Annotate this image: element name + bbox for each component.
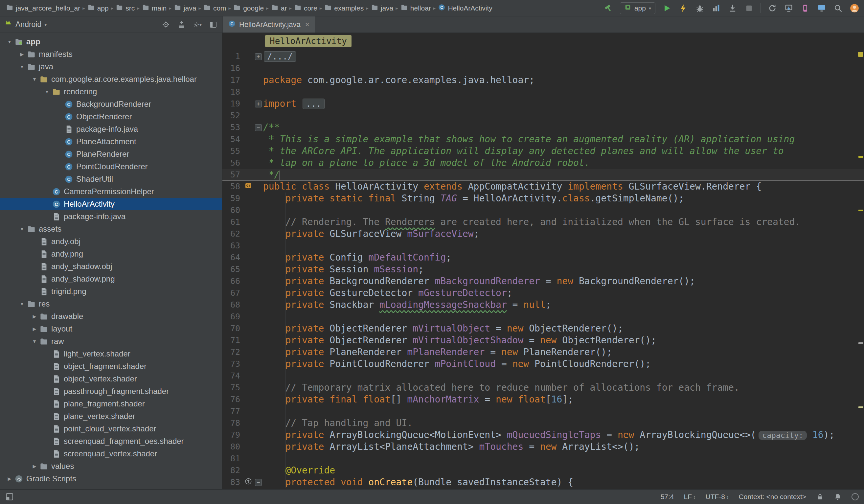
code-line-65[interactable]: 65 private Session mSession; [223, 264, 864, 275]
fold-plus-icon[interactable]: + [255, 100, 262, 107]
code-line-80[interactable]: 80 private ArrayList<PlaneAttachment> mT… [223, 441, 864, 453]
nav-crumb-main[interactable]: main [141, 3, 168, 13]
code-line-62[interactable]: 62 private GLSurfaceView mSurfaceView; [223, 228, 864, 240]
nav-crumb-com[interactable]: com [202, 3, 228, 13]
tree-item-manifests[interactable]: ▶manifests [0, 48, 222, 60]
inspection-status-indicator[interactable] [858, 52, 863, 57]
nav-crumb-src[interactable]: src [114, 3, 136, 13]
tree-item-values[interactable]: ▶values [0, 460, 222, 472]
tree-item-andy-png[interactable]: andy.png [0, 248, 222, 260]
code-text[interactable]: private final float[] mAnchorMatrix = ne… [263, 394, 573, 406]
code-text[interactable]: * the ARCore API. The application will d… [263, 145, 784, 157]
code-line-69[interactable]: 69 [223, 311, 864, 323]
tree-item-java[interactable]: ▼java [0, 60, 222, 73]
code-text[interactable]: // Rendering. The Renderers are created … [263, 216, 800, 228]
code-line-64[interactable]: 64 private Config mDefaultConfig; [223, 252, 864, 264]
code-line-71[interactable]: 71 private ObjectRenderer mVirtualObject… [223, 335, 864, 346]
tree-item-rendering[interactable]: ▼rendering [0, 85, 222, 98]
tree-item-trigrid-png[interactable]: trigrid.png [0, 285, 222, 298]
code-line-70[interactable]: 70 private ObjectRenderer mVirtualObject… [223, 323, 864, 335]
close-tab-icon[interactable]: × [305, 20, 310, 29]
tree-item-andy-shadow-png[interactable]: andy_shadow.png [0, 273, 222, 285]
stripe-mark[interactable] [859, 406, 863, 408]
code-text[interactable]: * tap on a plane to place a 3d model of … [263, 157, 590, 169]
tree-item-andy-obj[interactable]: andy.obj [0, 235, 222, 248]
code-text[interactable]: * This is a simple example that shows ho… [263, 133, 795, 145]
code-line-77[interactable]: 77 [223, 406, 864, 417]
tree-item-layout[interactable]: ▶layout [0, 323, 222, 335]
code-line-59[interactable]: 59 private static final String TAG = Hel… [223, 193, 864, 204]
toggle-tool-windows-button[interactable] [5, 492, 14, 501]
code-line-17[interactable]: 17package com.google.ar.core.examples.ja… [223, 74, 864, 86]
code-line-18[interactable]: 18 [223, 86, 864, 98]
tree-item-package-info-java[interactable]: package-info.java [0, 210, 222, 223]
project-view-selector[interactable]: Android ▾ [4, 20, 47, 30]
tree-item-backgroundrenderer[interactable]: CBackgroundRenderer [0, 98, 222, 110]
code-text[interactable]: package com.google.ar.core.examples.java… [263, 74, 535, 86]
tree-expand-arrow[interactable]: ▼ [42, 89, 52, 94]
code-line-67[interactable]: 67 private GestureDetector mGestureDetec… [223, 287, 864, 299]
tree-item-app[interactable]: ▼app [0, 35, 222, 48]
code-text[interactable]: private ArrayBlockingQueue<MotionEvent> … [263, 429, 835, 441]
code-line-68[interactable]: 68 private Snackbar mLoadingMessageSnack… [223, 299, 864, 311]
nav-crumb-examples[interactable]: examples [323, 3, 365, 13]
nav-crumb-app[interactable]: app [86, 3, 110, 13]
nav-crumb-helloaractivity[interactable]: CHelloArActivity [436, 3, 493, 13]
search-everywhere-button[interactable] [833, 3, 843, 13]
code-line-72[interactable]: 72 private PlaneRenderer mPlaneRenderer … [223, 346, 864, 358]
code-text[interactable]: private Snackbar mLoadingMessageSnackbar… [263, 299, 551, 311]
code-text[interactable]: */ [263, 169, 280, 181]
caret-position[interactable]: 57:4 [661, 493, 674, 501]
code-text[interactable]: private BackgroundRenderer mBackgroundRe… [263, 275, 695, 287]
code-text[interactable]: private PlaneRenderer mPlaneRenderer = n… [263, 346, 612, 358]
stop-button[interactable] [744, 3, 754, 13]
editor-tab-helloaractivity[interactable]: C HelloArActivity.java × [223, 16, 315, 33]
layout-inspector-button[interactable] [800, 3, 810, 13]
tree-item-light-vertex-shader[interactable]: light_vertex.shader [0, 348, 222, 360]
code-editor[interactable]: 1+/.../1617package com.google.ar.core.ex… [223, 49, 864, 489]
code-line-66[interactable]: 66 private BackgroundRenderer mBackgroun… [223, 275, 864, 287]
nav-crumb-java[interactable]: java [370, 3, 395, 13]
code-line-79[interactable]: 79 private ArrayBlockingQueue<MotionEven… [223, 429, 864, 441]
overrides-method-gutter-icon[interactable] [244, 477, 252, 488]
stripe-mark[interactable] [859, 156, 863, 158]
code-line-78[interactable]: 78 // Tap handling and UI. [223, 417, 864, 429]
tree-item-object-vertex-shader[interactable]: object_vertex.shader [0, 373, 222, 385]
code-text[interactable]: private PointCloudRenderer mPointCloud =… [263, 358, 651, 370]
fold-minus-icon[interactable]: − [255, 479, 262, 486]
write-lock-icon[interactable] [816, 493, 824, 501]
code-text[interactable]: protected void onCreate(Bundle savedInst… [263, 477, 573, 488]
tree-expand-arrow[interactable]: ▼ [17, 301, 27, 307]
tree-expand-arrow[interactable]: ▶ [17, 51, 27, 57]
tree-item-planerenderer[interactable]: CPlaneRenderer [0, 148, 222, 160]
tree-item-passthrough-fragment-shader[interactable]: passthrough_fragment.shader [0, 385, 222, 398]
nav-crumb-java[interactable]: java [172, 3, 198, 13]
nav-crumb-ar[interactable]: ar [270, 3, 288, 13]
tree-item-screenquad-fragment-oes-shader[interactable]: screenquad_fragment_oes.shader [0, 435, 222, 447]
code-line-1[interactable]: 1+/.../ [223, 51, 864, 62]
collapse-all-button[interactable] [177, 20, 186, 29]
code-text[interactable]: private ObjectRenderer mVirtualObject = … [263, 323, 623, 335]
tree-item-plane-fragment-shader[interactable]: plane_fragment.shader [0, 398, 222, 410]
tree-expand-arrow[interactable]: ▶ [4, 476, 14, 481]
fold-plus-icon[interactable]: + [255, 53, 262, 60]
locate-file-button[interactable] [161, 20, 170, 29]
notifications-bell-icon[interactable] [834, 493, 842, 501]
tree-expand-arrow[interactable]: ▶ [29, 326, 39, 332]
fold-minus-icon[interactable]: − [255, 124, 262, 131]
build-project-button[interactable] [603, 3, 613, 13]
folded-region[interactable]: ... [302, 98, 325, 109]
tree-item-object-fragment-shader[interactable]: object_fragment.shader [0, 360, 222, 373]
profile-button[interactable] [711, 3, 721, 13]
tree-expand-arrow[interactable]: ▼ [29, 339, 39, 344]
code-line-56[interactable]: 56 * tap on a plane to place a 3d model … [223, 157, 864, 169]
tree-item-com-google-ar-core-examples-java-helloar[interactable]: ▼com.google.ar.core.examples.java.helloa… [0, 73, 222, 85]
manifest-activity-gutter-icon[interactable] [244, 181, 252, 193]
code-text[interactable]: private ArrayList<PlaneAttachment> mTouc… [263, 441, 640, 453]
attach-debugger-button[interactable] [728, 3, 737, 13]
tree-expand-arrow[interactable]: ▼ [4, 39, 14, 44]
code-line-16[interactable]: 16 [223, 62, 864, 74]
apply-changes-button[interactable] [679, 3, 688, 13]
encoding-selector[interactable]: UTF-8↕ [706, 493, 729, 501]
tree-item-shaderutil[interactable]: CShaderUtil [0, 173, 222, 185]
